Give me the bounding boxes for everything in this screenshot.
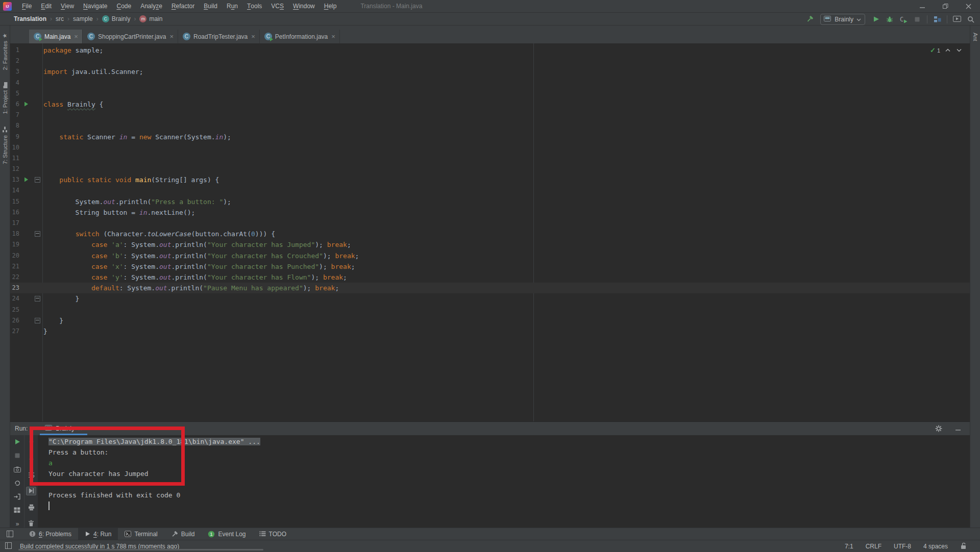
menu-code[interactable]: Code bbox=[112, 0, 136, 13]
scroll-to-end-button[interactable] bbox=[26, 487, 36, 495]
next-warning-button[interactable] bbox=[955, 47, 963, 54]
thread-dump-button[interactable] bbox=[12, 466, 22, 473]
tab-roadtriptester[interactable]: CRoadTripTester.java× bbox=[178, 30, 260, 43]
code-text: switch (Character.toLowerCase(button.cha… bbox=[42, 229, 275, 239]
clear-all-button[interactable] bbox=[26, 519, 36, 528]
run-config-selector[interactable]: Brainly bbox=[820, 14, 865, 25]
terminal-icon bbox=[125, 531, 131, 537]
tab-shoppingcartprinter[interactable]: CShoppingCartPrinter.java× bbox=[83, 30, 178, 43]
menu-refactor[interactable]: Refactor bbox=[167, 0, 199, 13]
hide-button[interactable] bbox=[952, 423, 964, 434]
code-text bbox=[42, 88, 43, 99]
fold-end-icon[interactable] bbox=[35, 296, 40, 302]
stop-button[interactable] bbox=[12, 452, 22, 459]
menu-help[interactable]: Help bbox=[320, 0, 341, 13]
console-output[interactable]: "C:\Program Files\Java\jdk1.8.0_181\bin\… bbox=[38, 435, 970, 528]
class-icon: C bbox=[264, 33, 272, 40]
run-anything-button[interactable] bbox=[951, 14, 963, 25]
show-frame-button[interactable] bbox=[12, 493, 22, 500]
run-tab-brainly[interactable]: Brainly × bbox=[40, 422, 87, 435]
close-icon[interactable]: × bbox=[169, 33, 174, 40]
line-number: 5 bbox=[10, 88, 19, 99]
more-options-button[interactable]: » bbox=[12, 520, 22, 528]
breadcrumb-src[interactable]: src bbox=[56, 15, 64, 22]
restore-layout-button[interactable] bbox=[12, 479, 22, 486]
encoding[interactable]: UTF-8 bbox=[894, 543, 911, 550]
tab-label: PetInformation.java bbox=[275, 33, 328, 40]
prev-warning-button[interactable] bbox=[944, 47, 951, 54]
menu-analyze[interactable]: Analyze bbox=[136, 0, 167, 13]
menu-edit[interactable]: Edit bbox=[36, 0, 56, 13]
toolwindow-toggle-icon[interactable] bbox=[5, 542, 12, 550]
stop-button[interactable] bbox=[912, 14, 923, 25]
fold-icon[interactable] bbox=[35, 177, 40, 183]
code-text: } bbox=[42, 315, 63, 326]
project-structure-button[interactable] bbox=[932, 14, 943, 25]
breadcrumb-translation[interactable]: Translation bbox=[14, 15, 46, 22]
close-button[interactable] bbox=[957, 0, 980, 13]
toolwindow-terminal[interactable]: Terminal bbox=[118, 528, 164, 540]
down-stack-trace-button[interactable] bbox=[26, 455, 36, 463]
toolwindow-build[interactable]: Build bbox=[164, 528, 202, 540]
toolwindow-run[interactable]: 4: Run bbox=[78, 528, 118, 540]
fold-icon[interactable] bbox=[35, 231, 40, 237]
menu-run[interactable]: Run bbox=[222, 0, 242, 13]
rerun-button[interactable] bbox=[12, 438, 22, 445]
code-line-22: 22 case 'y': System.out.println("Your ch… bbox=[10, 272, 970, 283]
menu-view[interactable]: View bbox=[56, 0, 79, 13]
stripe-item-project[interactable]: 1: Project bbox=[2, 82, 8, 114]
menu-bar: FileEditViewNavigateCodeAnalyzeRefactorB… bbox=[17, 0, 341, 13]
menu-file[interactable]: File bbox=[17, 0, 36, 13]
menu-build[interactable]: Build bbox=[199, 0, 222, 13]
stripe-item-structure[interactable]: 7: Structure bbox=[2, 127, 8, 164]
menu-vcs[interactable]: VCS bbox=[266, 0, 288, 13]
build-hammer-button[interactable] bbox=[804, 14, 815, 25]
tab-main[interactable]: CMain.java× bbox=[29, 30, 83, 43]
code-editor[interactable]: 1package sample;23import java.util.Scann… bbox=[10, 43, 970, 421]
line-number: 17 bbox=[10, 218, 19, 229]
breadcrumb-sample[interactable]: sample bbox=[73, 15, 93, 22]
search-everywhere-button[interactable] bbox=[965, 14, 976, 25]
run-line-icon[interactable] bbox=[24, 99, 29, 110]
run-button[interactable] bbox=[870, 14, 881, 25]
fold-end-icon[interactable] bbox=[35, 318, 40, 323]
close-icon[interactable]: × bbox=[251, 33, 255, 40]
minimize-button[interactable] bbox=[911, 0, 934, 13]
caret-position[interactable]: 7:1 bbox=[845, 543, 853, 550]
restore-button[interactable] bbox=[934, 0, 957, 13]
inspection-widget[interactable]: ✓ 1 bbox=[930, 46, 963, 54]
close-icon[interactable]: × bbox=[74, 33, 78, 40]
settings-button[interactable] bbox=[933, 423, 944, 434]
run-with-coverage-button[interactable]: C bbox=[898, 14, 909, 25]
gutter-run-column bbox=[19, 207, 33, 218]
line-ending[interactable]: CRLF bbox=[866, 543, 881, 550]
tool-window-switcher-icon[interactable] bbox=[4, 531, 15, 537]
gutter-run-column bbox=[19, 120, 33, 131]
console-line-out: Press a button: bbox=[48, 447, 970, 458]
print-button[interactable] bbox=[26, 503, 36, 512]
debug-button[interactable] bbox=[884, 14, 895, 25]
code-line-10: 10 bbox=[10, 142, 970, 153]
menu-navigate[interactable]: Navigate bbox=[79, 0, 112, 13]
up-stack-trace-button[interactable] bbox=[26, 438, 36, 447]
stripe-item-ant[interactable]: Ant bbox=[972, 33, 978, 41]
star-icon: ★ bbox=[2, 32, 8, 38]
close-icon[interactable]: × bbox=[78, 425, 82, 432]
menu-tools[interactable]: Tools bbox=[242, 0, 266, 13]
pin-tab-button[interactable] bbox=[12, 507, 22, 514]
breadcrumb-brainly[interactable]: CBrainly bbox=[102, 15, 131, 22]
unlock-icon[interactable] bbox=[960, 542, 967, 551]
breadcrumb-main[interactable]: mmain bbox=[139, 15, 162, 22]
toolwindow-todo[interactable]: TODO bbox=[253, 528, 293, 540]
stripe-item-favorites[interactable]: 2: Favorites★ bbox=[2, 32, 8, 70]
soft-wrap-button[interactable] bbox=[26, 470, 36, 479]
indent-setting[interactable]: 4 spaces bbox=[923, 543, 948, 550]
toolwindow-eventlog[interactable]: 1Event Log bbox=[201, 528, 252, 540]
menu-window[interactable]: Window bbox=[288, 0, 320, 13]
tab-petinformation[interactable]: CPetInformation.java× bbox=[260, 30, 340, 43]
code-text bbox=[42, 142, 43, 153]
toolwindow-problems[interactable]: 6: Problems bbox=[22, 528, 78, 540]
code-line-16: 16 String button = in.nextLine(); bbox=[10, 207, 970, 218]
close-icon[interactable]: × bbox=[331, 33, 335, 40]
run-line-icon[interactable] bbox=[24, 174, 29, 185]
